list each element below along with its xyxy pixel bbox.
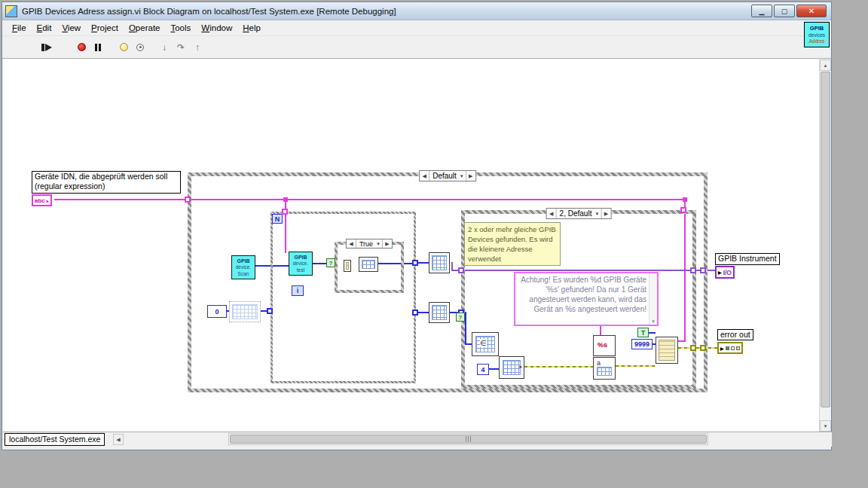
case-selector-tunnel[interactable]: ? — [456, 313, 465, 322]
cluster-node[interactable] — [344, 260, 351, 272]
gpib-device-test-subvi[interactable]: GPIB device. test — [289, 252, 313, 276]
retain-wire-values-button[interactable] — [132, 39, 148, 56]
maximize-button[interactable]: ▢ — [774, 5, 795, 17]
arrow-right-icon: ▶ — [720, 346, 724, 351]
arrow-right-icon: ▶ — [718, 270, 722, 275]
array-to-string-node[interactable]: a — [593, 357, 616, 380]
search-icon: ∈ — [480, 339, 487, 347]
menu-edit[interactable]: Edit — [32, 22, 57, 34]
numeric-constant-four[interactable]: 4 — [477, 364, 489, 375]
case-dropdown-icon[interactable]: ▼ — [460, 174, 466, 178]
menu-view[interactable]: View — [57, 22, 86, 34]
menu-file[interactable]: File — [7, 22, 32, 34]
scroll-down-icon[interactable]: ▼ — [820, 420, 831, 432]
step-out-button[interactable]: ↑ — [189, 39, 206, 56]
horizontal-scroll-thumb[interactable] — [230, 435, 707, 444]
horizontal-scrollbar[interactable] — [228, 433, 708, 445]
build-array-node[interactable] — [429, 302, 450, 323]
abort-button[interactable] — [73, 39, 90, 56]
menu-help[interactable]: Help — [237, 22, 266, 34]
title-bar[interactable]: GPIB Devices Adress assign.vi Block Diag… — [2, 2, 831, 20]
step-into-button[interactable]: ↓ — [156, 39, 173, 56]
case-next-icon[interactable]: ▶ — [601, 209, 610, 218]
io-indicator-terminal[interactable]: ▶ I/O — [715, 266, 735, 279]
tunnel[interactable] — [412, 260, 418, 266]
chevron-right-icon: ▸ — [47, 198, 49, 203]
tunnel[interactable] — [680, 207, 686, 213]
tunnel[interactable] — [282, 209, 288, 215]
retain-values-icon — [136, 44, 144, 51]
count-case-selector[interactable]: ◀ 2, Default ▼ ▶ — [546, 208, 612, 219]
string-control-terminal[interactable]: abc▸ — [32, 194, 52, 206]
stop-icon — [78, 43, 86, 51]
pause-button[interactable] — [90, 39, 106, 56]
timeout-constant[interactable]: 9999 — [631, 339, 653, 349]
labview-window: GPIB Devices Adress assign.vi Block Diag… — [2, 2, 832, 450]
true-case-selector[interactable]: ◀ True ▼ ▶ — [346, 239, 393, 249]
menu-bar: File Edit View Project Operate Tools Win… — [2, 20, 831, 36]
case-dropdown-icon[interactable]: ▼ — [594, 212, 601, 216]
close-button[interactable]: ✕ — [796, 5, 827, 17]
case-next-icon[interactable]: ▶ — [382, 239, 392, 248]
tab-scroll-left-icon[interactable]: ◀ — [113, 434, 124, 445]
menu-project[interactable]: Project — [86, 22, 124, 34]
tunnel[interactable] — [185, 197, 191, 203]
tunnel[interactable] — [700, 345, 706, 351]
tunnel[interactable] — [458, 267, 464, 273]
vertical-scrollbar[interactable]: ▲ ▼ — [819, 59, 831, 432]
minimize-button[interactable]: ▁ — [751, 5, 772, 17]
boolean-true-constant[interactable]: T — [637, 328, 649, 337]
window-icon — [5, 5, 17, 17]
case-prev-icon[interactable]: ◀ — [547, 209, 557, 218]
case-prev-icon[interactable]: ◀ — [420, 171, 429, 181]
window-title: GPIB Devices Adress assign.vi Block Diag… — [22, 7, 751, 16]
warning-string-constant[interactable]: Achtung! Es wurden %d GPIB Geräte '%s' g… — [514, 272, 659, 326]
autoindex-tunnel[interactable] — [412, 310, 418, 316]
lightbulb-icon — [120, 43, 128, 51]
text-icon: a — [597, 359, 601, 367]
bundle-node[interactable] — [656, 337, 678, 364]
run-button[interactable] — [38, 39, 55, 56]
string-scrollbar[interactable]: ▼ — [649, 273, 657, 325]
array-constant-node[interactable] — [229, 301, 261, 322]
tunnel[interactable] — [690, 345, 696, 351]
search-array-node[interactable]: ∈ — [472, 332, 499, 356]
numeric-constant-zero[interactable]: 0 — [207, 305, 227, 318]
loop-iteration-terminal[interactable]: i — [292, 285, 304, 296]
comment-note[interactable]: 2 x oder mehr gleiche GPIB Devices gefun… — [464, 222, 561, 266]
menu-window[interactable]: Window — [196, 22, 237, 34]
case-dropdown-icon[interactable]: ▼ — [376, 242, 382, 246]
menu-operate[interactable]: Operate — [124, 22, 166, 34]
case-prev-icon[interactable]: ◀ — [347, 239, 356, 248]
status-bar: localhost/Test System.exe ◀ — [3, 432, 832, 447]
error-out-terminal[interactable]: ▶ — [717, 342, 743, 354]
vi-icon[interactable]: GPIB devices Addres — [804, 22, 830, 47]
toolbar: ↓ ↷ ↑ — [2, 36, 831, 59]
diagram-canvas[interactable]: Geräte IDN, die abgeprüft werden soll (r… — [3, 59, 820, 432]
desktop: GPIB Devices Adress assign.vi Block Diag… — [0, 0, 868, 488]
highlight-execution-button[interactable] — [115, 39, 132, 56]
scroll-down-icon[interactable]: ▼ — [651, 319, 656, 324]
build-array-node[interactable] — [429, 252, 450, 273]
case-next-icon[interactable]: ▶ — [466, 171, 475, 181]
gpib-device-scan-subvi[interactable]: GPIB device. Scan — [231, 255, 255, 279]
execution-context-tab[interactable]: localhost/Test System.exe — [5, 433, 105, 446]
index-array-node[interactable]: ▸ — [499, 356, 524, 379]
gpib-instrument-label: GPIB Instrument — [715, 253, 780, 265]
build-array-node[interactable] — [359, 257, 378, 272]
scroll-up-icon[interactable]: ▲ — [820, 59, 831, 71]
outer-case-selector[interactable]: ◀ Default ▼ ▶ — [419, 170, 476, 181]
step-over-button[interactable]: ↷ — [173, 39, 189, 56]
tunnel[interactable] — [690, 267, 696, 273]
format-into-string-node[interactable]: %s — [593, 335, 616, 356]
for-loop[interactable] — [270, 212, 416, 383]
case-selector-tunnel[interactable]: ? — [326, 258, 335, 267]
tunnel[interactable] — [700, 267, 706, 273]
menu-tools[interactable]: Tools — [165, 22, 196, 34]
idn-free-label: Geräte IDN, die abgeprüft werden soll (r… — [32, 171, 181, 194]
vertical-scroll-thumb[interactable] — [821, 72, 830, 407]
loop-count-terminal[interactable]: N — [272, 214, 283, 224]
format-icon: %s — [598, 341, 607, 349]
step-over-icon: ↷ — [177, 42, 185, 53]
tunnel[interactable] — [267, 308, 273, 314]
